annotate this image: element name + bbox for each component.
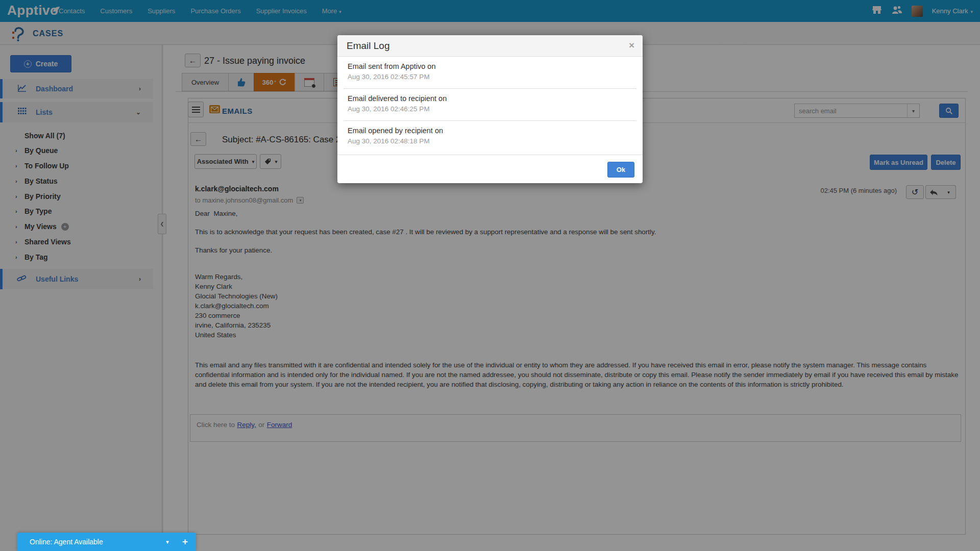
modal-header: Email Log × [337,35,643,57]
email-log-entry: Email opened by recipient on Aug 30, 201… [344,121,636,153]
chat-widget-bar[interactable]: Online: Agent Available ▾ + [17,533,196,551]
close-icon[interactable]: × [629,40,634,51]
chat-status-text: Online: Agent Available [30,538,166,546]
chat-add-icon[interactable]: + [182,536,188,547]
ok-button[interactable]: Ok [607,162,634,178]
chat-collapse-caret-icon[interactable]: ▾ [166,539,169,545]
modal-body: Email sent from Apptivo on Aug 30, 2016 … [337,57,643,153]
modal-title: Email Log [347,40,390,52]
email-log-modal: Email Log × Email sent from Apptivo on A… [337,35,643,183]
email-log-entry: Email delivered to recipient on Aug 30, … [344,89,636,121]
modal-footer: Ok [337,155,643,183]
email-log-entry: Email sent from Apptivo on Aug 30, 2016 … [344,57,636,89]
